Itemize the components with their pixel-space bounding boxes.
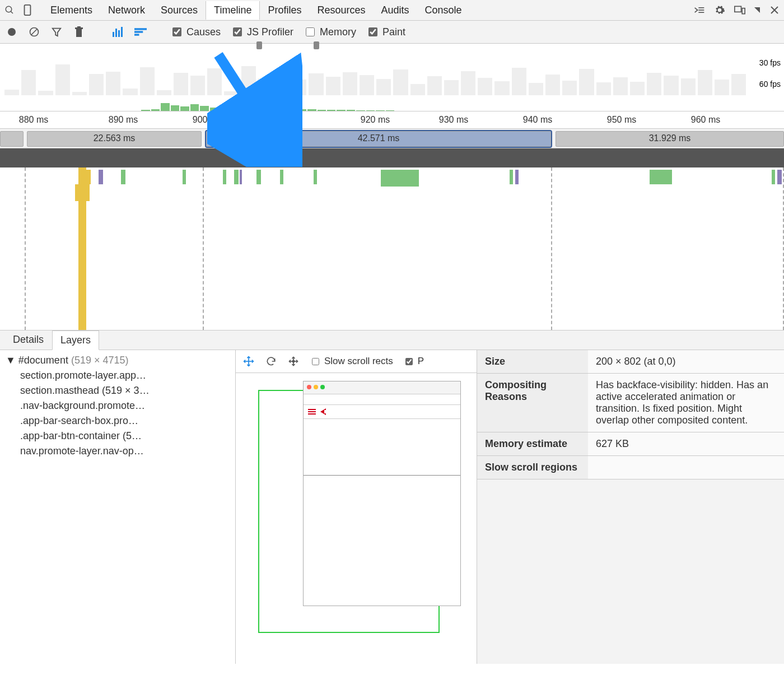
svg-rect-23 <box>134 31 143 32</box>
svg-marker-33 <box>320 408 326 415</box>
timeline-toolbar: Causes JS Profiler Memory Paint <box>0 21 784 44</box>
frame-bar[interactable]: 42.571 ms <box>206 131 551 147</box>
layer-tree-item[interactable]: .nav-background.promote… <box>20 400 230 412</box>
flame-chart-view-icon[interactable] <box>134 26 147 38</box>
garbage-collect-icon[interactable] <box>73 26 85 38</box>
layer-3d-view[interactable]: Slow scroll rects P <box>236 350 477 664</box>
js-profiler-label: JS Profiler <box>247 26 293 38</box>
flame-block[interactable] <box>515 170 519 184</box>
flame-block[interactable] <box>314 170 317 184</box>
layer-3d-canvas[interactable] <box>236 373 477 653</box>
flame-block[interactable] <box>234 170 239 184</box>
flame-block[interactable] <box>777 170 782 184</box>
flame-block[interactable] <box>381 170 412 184</box>
layer-tree-item[interactable]: section.masthead (519 × 3… <box>20 385 230 397</box>
memory-checkbox[interactable]: Memory <box>304 26 356 38</box>
causes-checkbox-input[interactable] <box>172 27 181 36</box>
overview-selection-handle-left[interactable] <box>256 41 262 49</box>
svg-line-13 <box>31 29 37 35</box>
frame-bar[interactable]: 22.563 ms <box>27 131 202 147</box>
flame-block[interactable] <box>183 170 186 184</box>
flame-block[interactable] <box>121 170 125 184</box>
layer-tree-item[interactable]: section.promote-layer.app… <box>20 370 230 381</box>
layer-tree[interactable]: ▼ #document (519 × 4715) section.promote… <box>0 350 236 664</box>
paint-checkbox-input[interactable] <box>368 27 377 36</box>
timeline-overview[interactable]: 30 fps 60 fps <box>0 44 784 111</box>
tab-network[interactable]: Network <box>100 1 153 20</box>
filter-icon[interactable] <box>50 26 63 38</box>
search-icon[interactable] <box>3 4 16 16</box>
device-mode-icon[interactable] <box>21 4 34 16</box>
frame-separator <box>25 167 26 330</box>
ruler-tick: 900 ms <box>193 115 222 125</box>
frame-bar[interactable] <box>0 131 24 147</box>
svg-rect-19 <box>115 29 117 37</box>
flame-block[interactable] <box>240 170 242 184</box>
pan-icon[interactable] <box>242 355 255 367</box>
svg-rect-22 <box>134 28 147 30</box>
svg-rect-7 <box>742 8 745 14</box>
tab-timeline[interactable]: Timeline <box>206 1 260 20</box>
flame-block[interactable] <box>650 170 672 184</box>
tab-elements[interactable]: Elements <box>43 1 100 20</box>
tab-details[interactable]: Details <box>4 330 52 350</box>
frame-bar[interactable]: 31.929 ms <box>556 131 784 147</box>
frames-view-icon[interactable] <box>112 26 124 38</box>
frames-row[interactable]: 22.563 ms42.571 ms31.929 ms <box>0 129 784 148</box>
time-ruler[interactable]: 880 ms890 ms900 msms920 ms930 ms940 ms95… <box>0 111 784 129</box>
slow-scroll-rects-input[interactable] <box>312 358 319 365</box>
layer-tree-item[interactable]: .app-bar-btn-container (5… <box>20 430 230 442</box>
detail-pane-tabs: Details Layers <box>0 330 784 350</box>
flame-block[interactable] <box>78 170 91 184</box>
layer-tree-item[interactable]: .app-bar-search-box.pro… <box>20 415 230 427</box>
paint-rects-checkbox[interactable]: P <box>403 356 424 367</box>
ruler-tick: 920 ms <box>361 115 390 125</box>
js-profiler-checkbox[interactable]: JS Profiler <box>231 26 293 38</box>
paint-rects-input[interactable] <box>405 358 413 365</box>
settings-gear-icon[interactable] <box>713 4 726 16</box>
dock-side-icon[interactable] <box>734 4 746 16</box>
slow-scroll-rects-checkbox[interactable]: Slow scroll rects <box>310 356 393 367</box>
overview-gpu-bars <box>0 100 750 111</box>
ruler-tick: 930 ms <box>439 115 468 125</box>
tab-sources[interactable]: Sources <box>153 1 206 20</box>
record-icon[interactable] <box>6 26 18 38</box>
flame-block[interactable] <box>280 170 283 184</box>
show-drawer-icon[interactable] <box>693 4 706 16</box>
flame-block[interactable] <box>510 170 513 184</box>
causes-checkbox[interactable]: Causes <box>170 26 221 38</box>
tab-audits[interactable]: Audits <box>374 1 417 20</box>
flame-block[interactable] <box>223 170 226 184</box>
reset-view-icon[interactable] <box>287 355 300 367</box>
overview-selection-handle-right[interactable] <box>314 41 319 49</box>
layer-tree-root[interactable]: ▼ #document (519 × 4715) <box>6 355 230 366</box>
page-preview-menu-icon <box>304 405 460 419</box>
close-icon[interactable] <box>768 4 781 16</box>
paint-label: Paint <box>382 26 405 38</box>
paint-checkbox[interactable]: Paint <box>366 26 405 38</box>
memory-checkbox-input[interactable] <box>306 27 315 36</box>
tab-console[interactable]: Console <box>417 1 470 20</box>
layer-tree-item[interactable]: nav.promote-layer.nav-op… <box>20 445 230 457</box>
flame-block[interactable] <box>772 170 775 184</box>
flame-block[interactable] <box>256 170 261 184</box>
ruler-tick: 940 ms <box>523 115 552 125</box>
svg-rect-20 <box>118 30 120 37</box>
svg-point-0 <box>6 6 12 12</box>
prop-slow-scroll-val <box>588 456 784 480</box>
flame-block[interactable] <box>99 170 103 184</box>
clear-icon[interactable] <box>28 26 40 38</box>
js-profiler-checkbox-input[interactable] <box>233 27 242 36</box>
frames-divider <box>0 148 784 167</box>
paint-rects-label: P <box>418 356 424 367</box>
tab-resources[interactable]: Resources <box>310 1 374 20</box>
dock-chevron-icon[interactable] <box>754 4 760 16</box>
rotate-icon[interactable] <box>265 355 277 367</box>
flame-chart[interactable]: C... <box>0 167 784 330</box>
devtools-main-toolbar: Elements Network Sources Timeline Profil… <box>0 0 784 21</box>
memory-label: Memory <box>320 26 356 38</box>
tab-profiles[interactable]: Profiles <box>260 1 309 20</box>
ruler-tick: 960 ms <box>691 115 720 125</box>
tab-layers[interactable]: Layers <box>52 330 99 350</box>
ruler-tick: ms <box>285 115 297 125</box>
